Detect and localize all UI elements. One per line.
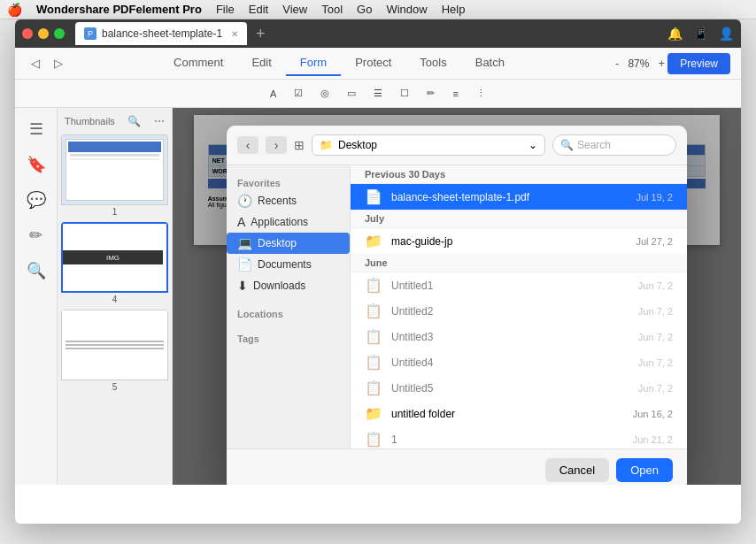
text-field-tool[interactable]: A: [263, 86, 283, 102]
left-sidebar: ☰ 🔖 💬 ✏ 🔍: [15, 108, 58, 485]
minimize-button[interactable]: [38, 28, 49, 39]
tab-protect[interactable]: Protect: [341, 50, 405, 76]
preview-button[interactable]: Preview: [667, 53, 730, 74]
file-untitled4[interactable]: 📋 Untitled4 Jun 7, 2: [351, 349, 687, 375]
main-toolbar: ◁ ▷ Comment Edit Form Protect Tools Batc…: [15, 48, 741, 80]
menu-window[interactable]: Window: [386, 3, 427, 16]
thumb-page-1[interactable]: 1: [61, 134, 168, 218]
dialog-forward-btn[interactable]: ›: [266, 136, 287, 154]
sidebar-applications[interactable]: A Applications: [227, 211, 350, 233]
sidebar-edit[interactable]: ✏: [22, 221, 50, 249]
tab-edit[interactable]: Edit: [237, 50, 285, 76]
sign-tool[interactable]: ☐: [393, 85, 416, 102]
notification-icon[interactable]: 🔔: [667, 27, 683, 41]
file-balance-sheet[interactable]: 📄 balance-sheet-template-1.pdf Jul 19, 2: [351, 184, 687, 210]
thumbnails-header: Thumbnails 🔍 ⋯: [61, 111, 168, 131]
tab-comment[interactable]: Comment: [159, 50, 237, 76]
file-untitled-folder[interactable]: 📁 untitled folder Jun 16, 2: [351, 401, 687, 426]
tab-tools[interactable]: Tools: [405, 50, 460, 76]
forward-btn[interactable]: ▷: [49, 55, 68, 72]
tab-form[interactable]: Form: [286, 50, 341, 76]
main-window: P balance-sheet-template-1 ✕ + 🔔 📱 👤 ◁ ▷…: [15, 19, 741, 524]
dialog-sidebar: Favorites 🕐 Recents A Applications 💻: [227, 165, 351, 448]
main-content: ☰ 🔖 💬 ✏ 🔍 Thumbnails 🔍 ⋯: [15, 108, 741, 485]
dialog-body: Favorites 🕐 Recents A Applications 💻: [227, 165, 687, 448]
active-tab[interactable]: P balance-sheet-template-1 ✕: [75, 22, 247, 45]
file-icon-num1: 📋: [365, 431, 382, 448]
close-button[interactable]: [22, 28, 33, 39]
section-previous30: Previous 30 Days: [351, 165, 687, 184]
dialog-file-list: Previous 30 Days 📄 balance-sheet-templat…: [351, 165, 687, 448]
list-tool[interactable]: ☰: [366, 85, 390, 102]
add-tab-button[interactable]: +: [251, 25, 271, 43]
menu-view[interactable]: View: [282, 3, 307, 16]
file-name-1: 1: [391, 433, 624, 446]
image-field-tool[interactable]: ✏: [420, 85, 442, 102]
sidebar-downloads[interactable]: ⬇ Downloads: [227, 275, 350, 296]
apple-menu[interactable]: 🍎: [7, 3, 22, 17]
thumb-page-4[interactable]: IMG 4: [61, 222, 168, 306]
tab-label: balance-sheet-template-1: [102, 27, 222, 40]
checkbox-tool[interactable]: ☑: [287, 85, 310, 102]
zoom-decrease[interactable]: -: [610, 55, 624, 72]
menu-go[interactable]: Go: [357, 3, 372, 16]
mobile-icon[interactable]: 📱: [693, 27, 708, 41]
nav-tabs: Comment Edit Form Protect Tools Batch: [159, 50, 519, 76]
dialog-location[interactable]: 📁 Desktop ⌄: [312, 134, 545, 156]
recents-label: Recents: [258, 195, 297, 207]
tab-batch[interactable]: Batch: [461, 50, 519, 76]
zoom-controls: - 87% +: [610, 55, 670, 72]
sidebar-thumbs[interactable]: ☰: [22, 115, 50, 143]
folder-mac-icon: 📁: [365, 233, 382, 249]
page-4-num: 4: [61, 293, 168, 306]
file-mac-guide[interactable]: 📁 mac-guide-jp Jul 27, 2: [351, 228, 687, 254]
sidebar-comments[interactable]: 💬: [22, 186, 50, 214]
tab-close-icon[interactable]: ✕: [231, 29, 238, 39]
sidebar-search[interactable]: 🔍: [22, 257, 50, 285]
sidebar-bookmarks[interactable]: 🔖: [22, 150, 50, 179]
desktop-icon: 💻: [237, 236, 252, 250]
sidebar-documents[interactable]: 📄 Documents: [227, 254, 350, 275]
maximize-button[interactable]: [54, 28, 65, 39]
dialog-back-btn[interactable]: ‹: [237, 136, 258, 154]
document-content: BALANCE SHEET [Year 1] [Year 2] [Year 3]…: [173, 108, 741, 485]
open-button[interactable]: Open: [616, 458, 673, 482]
file-name-u1: Untitled1: [391, 280, 629, 292]
documents-label: Documents: [258, 258, 312, 271]
file-untitled1[interactable]: 📋 Untitled1 Jun 7, 2: [351, 272, 687, 298]
file-untitled2[interactable]: 📋 Untitled2 Jun 7, 2: [351, 298, 687, 324]
file-icon-1: 📋: [365, 277, 382, 294]
desktop-label: Desktop: [258, 237, 297, 249]
file-date-uf: Jun 16, 2: [633, 409, 673, 419]
page-5-num: 5: [61, 380, 168, 394]
sidebar-desktop[interactable]: 💻 Desktop: [227, 233, 350, 254]
thumb-page-5[interactable]: 5: [61, 310, 168, 394]
radio-tool[interactable]: ◎: [313, 85, 336, 102]
menu-file[interactable]: File: [216, 3, 235, 16]
menu-tool[interactable]: Tool: [321, 3, 343, 16]
thumb-search-icon[interactable]: 🔍: [127, 115, 141, 127]
file-icon-3: 📋: [365, 328, 382, 345]
thumb-sort-icon[interactable]: ⋯: [154, 115, 165, 127]
location-label: Desktop: [338, 139, 377, 151]
file-list: Previous 30 Days 📄 balance-sheet-templat…: [351, 165, 687, 448]
file-dialog: ‹ › ⊞ 📁 Desktop ⌄ 🔍 Search: [227, 126, 687, 485]
file-name-u2: Untitled2: [391, 305, 629, 318]
back-btn[interactable]: ◁: [26, 55, 45, 72]
cancel-button[interactable]: Cancel: [545, 458, 609, 482]
dialog-footer: Cancel Open: [227, 448, 687, 485]
menu-edit[interactable]: Edit: [249, 3, 268, 16]
file-untitled3[interactable]: 📋 Untitled3 Jun 7, 2: [351, 324, 687, 349]
combo-tool[interactable]: ▭: [340, 85, 363, 102]
more-tool[interactable]: ⋮: [469, 85, 493, 102]
align-tool[interactable]: ≡: [445, 86, 465, 102]
file-icon-5: 📋: [365, 379, 382, 396]
menu-help[interactable]: Help: [442, 3, 466, 16]
account-icon[interactable]: 👤: [719, 27, 734, 41]
dialog-view-toggle[interactable]: ⊞: [294, 138, 305, 152]
dialog-search-bar[interactable]: 🔍 Search: [552, 134, 676, 156]
recents-icon: 🕐: [237, 194, 252, 208]
file-untitled5[interactable]: 📋 Untitled5 Jun 7, 2: [351, 375, 687, 401]
sidebar-recents[interactable]: 🕐 Recents: [227, 190, 350, 211]
file-1[interactable]: 📋 1 Jun 21, 2: [351, 426, 687, 448]
